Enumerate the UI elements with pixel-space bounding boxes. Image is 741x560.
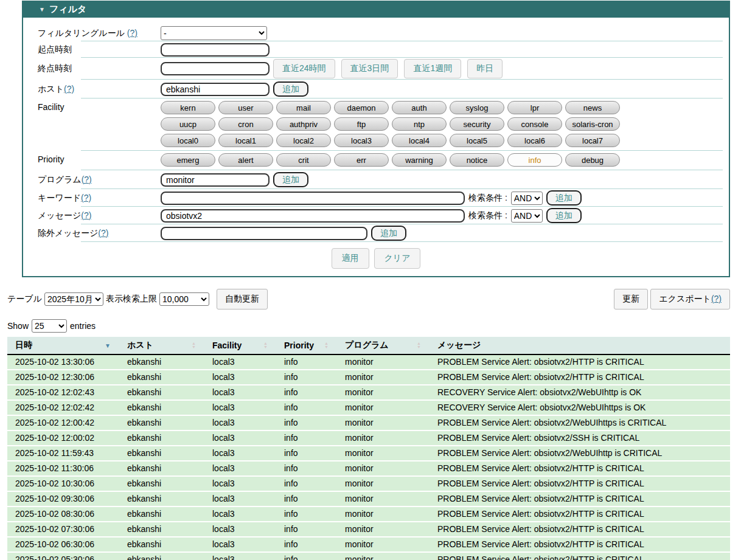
clear-button[interactable]: クリア [374,248,421,269]
limit-label: 表示検索上限 [106,294,157,305]
cell-message: PROBLEM Service Alert: obsiotvx2/HTTP is… [430,552,730,560]
facility-button-console[interactable]: console [507,117,562,131]
program-help-link[interactable]: (?) [82,175,92,184]
table-row: 2025-10-02 09:30:06ebkanshilocal3infomon… [7,491,730,506]
facility-button-local3[interactable]: local3 [334,134,389,147]
message-condition-select[interactable]: AND [511,209,543,223]
host-help-link[interactable]: (?) [64,84,74,94]
facility-button-syslog[interactable]: syslog [450,101,504,114]
column-header-datetime[interactable]: 日時▼ [7,337,119,354]
cell-datetime: 2025-10-02 09:30:06 [7,491,119,506]
exclude-message-help-link[interactable]: (?) [98,228,108,238]
cell-priority: info [276,415,337,430]
filter-panel-header[interactable]: ▼ フィルタ [23,2,729,18]
column-header-host[interactable]: ホスト▲▼ [119,337,204,354]
start-time-input[interactable] [161,43,270,57]
facility-button-local0[interactable]: local0 [161,134,215,147]
cell-message: RECOVERY Service Alert: obsiotvx2/WebUIh… [430,400,730,415]
export-help-link[interactable]: (?) [711,294,722,303]
priority-button-alert[interactable]: alert [218,153,273,167]
message-add-button[interactable]: 追加 [546,208,582,223]
cell-facility: local3 [204,400,276,415]
facility-button-user[interactable]: user [218,101,273,114]
program-add-button[interactable]: 追加 [273,172,308,187]
last-24h-button[interactable]: 直近24時間 [273,59,335,78]
table-row: 2025-10-02 06:30:06ebkanshilocal3infomon… [7,537,730,552]
cell-program: monitor [337,552,430,560]
facility-button-local2[interactable]: local2 [276,134,331,147]
refresh-button[interactable]: 更新 [614,289,648,309]
program-label: プログラム(?) [23,175,161,185]
entries-per-page-select[interactable]: 25 [32,319,67,333]
priority-button-emerg[interactable]: emerg [161,153,215,167]
filtering-rule-label-text: フィルタリングルール [38,28,127,38]
priority-button-err[interactable]: err [334,153,389,167]
exclude-message-add-button[interactable]: 追加 [371,226,406,241]
column-header-message: メッセージ [430,337,730,354]
facility-button-local4[interactable]: local4 [392,134,447,147]
export-button[interactable]: エクスポート(?) [650,289,730,309]
table-month-select[interactable]: 2025年10月 [44,292,103,306]
facility-button-local1[interactable]: local1 [218,134,273,147]
message-label-text: メッセージ [38,210,81,220]
facility-button-ftp[interactable]: ftp [334,117,389,131]
facility-button-ntp[interactable]: ntp [392,117,447,131]
apply-button[interactable]: 適用 [332,248,369,269]
log-table-body: 2025-10-02 13:30:06ebkanshilocal3infomon… [7,354,730,560]
filtering-rule-select[interactable]: - [161,26,267,40]
sort-both-icon: ▲▼ [192,342,196,349]
collapse-icon: ▼ [39,6,45,13]
priority-button-notice[interactable]: notice [450,153,504,167]
priority-button-crit[interactable]: crit [276,153,331,167]
table-row: 2025-10-02 08:30:06ebkanshilocal3infomon… [7,506,730,522]
column-header-program[interactable]: プログラム▲▼ [337,337,430,354]
filter-title: フィルタ [49,4,86,15]
program-input[interactable] [161,173,270,187]
cell-program: monitor [337,491,430,506]
message-input[interactable] [161,209,465,223]
facility-button-local7[interactable]: local7 [565,134,620,147]
keyword-add-button[interactable]: 追加 [546,190,582,206]
yesterday-button[interactable]: 昨日 [467,59,503,78]
keyword-input[interactable] [161,192,465,205]
last-3days-button[interactable]: 直近3日間 [341,59,398,78]
auto-update-button[interactable]: 自動更新 [217,289,268,309]
facility-button-lpr[interactable]: lpr [507,101,562,114]
cell-priority: info [276,461,337,476]
facility-button-news[interactable]: news [565,101,620,114]
facility-button-daemon[interactable]: daemon [334,101,389,114]
facility-button-local6[interactable]: local6 [507,134,562,147]
search-limit-select[interactable]: 10,000 [159,292,209,306]
facility-button-auth[interactable]: auth [392,101,447,114]
facility-button-local5[interactable]: local5 [450,134,504,147]
column-header-facility[interactable]: Facility▲▼ [204,337,276,354]
cell-datetime: 2025-10-02 07:30:06 [7,522,119,537]
facility-button-authpriv[interactable]: authpriv [276,117,331,131]
priority-button-info[interactable]: info [507,153,562,167]
facility-button-uucp[interactable]: uucp [161,117,215,131]
table-row: 2025-10-02 12:00:42ebkanshilocal3infomon… [7,415,730,430]
table-row: 2025-10-02 11:30:06ebkanshilocal3infomon… [7,461,730,476]
facility-button-kern[interactable]: kern [161,101,215,114]
facility-button-cron[interactable]: cron [218,117,273,131]
end-time-input[interactable] [161,62,270,75]
column-header-priority[interactable]: Priority▲▼ [276,337,337,354]
host-add-button[interactable]: 追加 [273,81,308,97]
priority-button-warning[interactable]: warning [392,153,447,167]
cell-host: ebkanshi [119,354,204,370]
host-label: ホスト(?) [23,84,161,95]
exclude-message-input[interactable] [161,227,367,240]
last-week-button[interactable]: 直近1週間 [404,59,461,78]
facility-button-mail[interactable]: mail [276,101,331,114]
export-button-label: エクスポート [659,294,711,303]
keyword-condition-select[interactable]: AND [511,192,543,205]
facility-button-solaris-cron[interactable]: solaris-cron [565,117,620,131]
cell-datetime: 2025-10-02 13:30:06 [7,354,119,370]
priority-button-debug[interactable]: debug [565,153,620,167]
keyword-help-link[interactable]: (?) [81,193,91,202]
filtering-rule-help-link[interactable]: (?) [127,28,137,38]
cell-priority: info [276,354,337,370]
message-help-link[interactable]: (?) [81,210,91,220]
host-input[interactable] [161,83,270,96]
facility-button-security[interactable]: security [450,117,504,131]
